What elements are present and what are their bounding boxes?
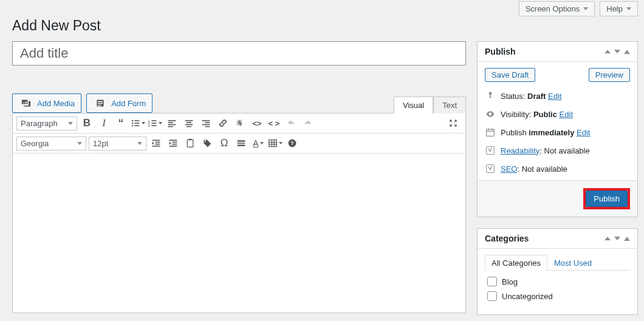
svg-rect-37 bbox=[269, 140, 277, 146]
svg-rect-34 bbox=[238, 140, 245, 141]
tag-icon[interactable] bbox=[200, 136, 214, 150]
italic-icon[interactable]: I bbox=[97, 116, 111, 130]
paste-icon[interactable] bbox=[183, 136, 197, 150]
post-title-input[interactable] bbox=[12, 41, 466, 66]
svg-rect-11 bbox=[151, 125, 156, 126]
tab-text[interactable]: Text bbox=[433, 96, 466, 113]
content-editor[interactable] bbox=[13, 154, 465, 313]
edit-visibility-link[interactable]: Edit bbox=[560, 110, 573, 119]
add-form-label: Add Form bbox=[111, 99, 146, 108]
tab-all-categories[interactable]: All Categories bbox=[485, 255, 547, 271]
add-form-button[interactable]: Add Form bbox=[86, 93, 152, 113]
link-icon[interactable] bbox=[216, 116, 230, 130]
category-label: Blog bbox=[502, 277, 518, 286]
svg-text:?: ? bbox=[290, 140, 293, 146]
category-item[interactable]: Blog bbox=[487, 277, 628, 286]
svg-rect-29 bbox=[172, 142, 177, 143]
svg-point-2 bbox=[132, 123, 133, 124]
fullscreen-icon[interactable] bbox=[446, 116, 461, 130]
help-icon[interactable]: ? bbox=[285, 136, 300, 150]
svg-rect-31 bbox=[170, 146, 177, 147]
readability-row: Readability: Not available bbox=[501, 146, 590, 155]
code-icon-2[interactable]: < > bbox=[267, 116, 281, 130]
font-size-select[interactable]: 12pt bbox=[89, 137, 146, 150]
font-family-select[interactable]: Georgia bbox=[16, 137, 86, 150]
svg-rect-24 bbox=[152, 140, 160, 141]
edit-date-link[interactable]: Edit bbox=[577, 128, 590, 137]
bold-icon[interactable]: B bbox=[80, 116, 94, 130]
chevron-down-icon bbox=[137, 142, 142, 145]
tab-visual[interactable]: Visual bbox=[394, 96, 433, 113]
edit-status-link[interactable]: Edit bbox=[548, 92, 561, 101]
seo-row: SEO: Not available bbox=[501, 164, 567, 174]
pin-icon bbox=[485, 90, 496, 101]
table-icon[interactable] bbox=[268, 136, 283, 150]
screen-options-button[interactable]: Screen Options bbox=[519, 1, 595, 16]
publish-button[interactable]: Publish bbox=[586, 191, 628, 207]
editor-container: Paragraph B I “ 123 <> < > Georgia 12pt bbox=[12, 113, 466, 313]
add-media-button[interactable]: Add Media bbox=[12, 93, 81, 113]
align-center-icon[interactable] bbox=[182, 116, 196, 130]
chevron-down-icon bbox=[583, 7, 588, 10]
media-icon bbox=[19, 96, 33, 110]
svg-text:3: 3 bbox=[148, 124, 150, 127]
form-icon bbox=[93, 96, 108, 110]
chevron-down-icon bbox=[68, 122, 73, 125]
panel-move-down-icon[interactable] bbox=[614, 237, 620, 240]
toolbar-row-1: Paragraph B I “ 123 <> < > bbox=[13, 113, 465, 133]
bullet-list-icon[interactable] bbox=[131, 116, 145, 130]
seo-link[interactable]: SEO bbox=[501, 164, 517, 174]
save-draft-button[interactable]: Save Draft bbox=[485, 68, 535, 82]
svg-rect-36 bbox=[238, 144, 245, 146]
panel-collapse-icon[interactable] bbox=[624, 50, 630, 54]
panel-move-up-icon[interactable] bbox=[605, 50, 611, 53]
svg-rect-21 bbox=[205, 122, 210, 123]
help-label: Help bbox=[606, 4, 623, 13]
visibility-row: Visibility: Public Edit bbox=[501, 110, 573, 119]
checkbox-icon[interactable] bbox=[487, 291, 497, 301]
hr-icon[interactable] bbox=[234, 136, 248, 150]
svg-rect-28 bbox=[170, 140, 177, 141]
svg-rect-26 bbox=[155, 144, 160, 145]
tab-most-used[interactable]: Most Used bbox=[547, 255, 598, 271]
align-right-icon[interactable] bbox=[199, 116, 213, 130]
page-title: Add New Post bbox=[0, 16, 644, 41]
publish-date-row: Publish immediately Edit bbox=[501, 128, 590, 137]
panel-collapse-icon[interactable] bbox=[624, 237, 630, 241]
readability-link[interactable]: Readability bbox=[501, 146, 540, 155]
unlink-icon[interactable] bbox=[233, 116, 247, 130]
svg-rect-25 bbox=[155, 142, 160, 143]
panel-move-down-icon[interactable] bbox=[614, 50, 620, 53]
svg-rect-30 bbox=[172, 144, 177, 145]
svg-rect-3 bbox=[134, 123, 139, 124]
editor-mode-tabs: Visual Text bbox=[394, 96, 466, 113]
panel-move-up-icon[interactable] bbox=[605, 237, 611, 240]
svg-point-4 bbox=[132, 125, 133, 126]
svg-rect-9 bbox=[151, 123, 156, 124]
numbered-list-icon[interactable]: 123 bbox=[148, 116, 162, 130]
svg-rect-18 bbox=[185, 124, 193, 126]
code-icon[interactable]: <> bbox=[250, 116, 264, 130]
svg-point-0 bbox=[132, 120, 133, 121]
redo-icon[interactable] bbox=[301, 116, 315, 130]
svg-rect-13 bbox=[168, 122, 173, 123]
category-label: Uncategorized bbox=[502, 292, 553, 301]
indent-icon[interactable] bbox=[166, 136, 180, 150]
category-item[interactable]: Uncategorized bbox=[487, 291, 628, 301]
checkbox-icon[interactable] bbox=[487, 277, 497, 286]
text-color-icon[interactable]: A bbox=[251, 136, 265, 150]
omega-icon[interactable]: Ω bbox=[217, 136, 231, 150]
outdent-icon[interactable] bbox=[149, 136, 163, 150]
align-left-icon[interactable] bbox=[165, 116, 179, 130]
help-button[interactable]: Help bbox=[600, 1, 638, 16]
svg-rect-1 bbox=[134, 120, 139, 121]
calendar-icon bbox=[485, 127, 496, 138]
svg-rect-20 bbox=[202, 120, 210, 121]
undo-icon[interactable] bbox=[284, 116, 298, 130]
svg-rect-15 bbox=[168, 126, 173, 127]
svg-rect-14 bbox=[168, 124, 176, 126]
blockquote-icon[interactable]: “ bbox=[114, 116, 128, 130]
preview-button[interactable]: Preview bbox=[589, 68, 630, 82]
svg-rect-27 bbox=[152, 146, 160, 147]
block-format-select[interactable]: Paragraph bbox=[16, 117, 77, 130]
